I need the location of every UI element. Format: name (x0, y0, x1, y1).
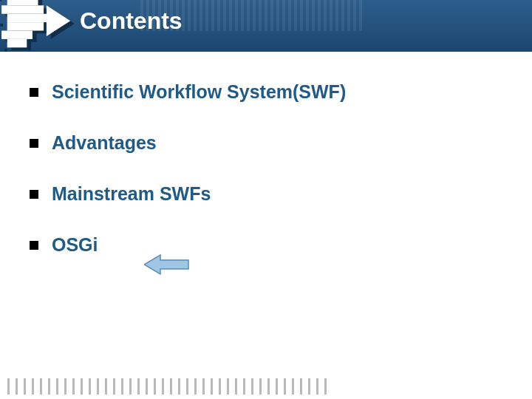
svg-rect-8 (1, 5, 44, 13)
list-item-label: Advantages (52, 132, 157, 154)
bottom-tick-decoration (7, 378, 332, 395)
svg-rect-13 (7, 39, 27, 47)
slide: Contents (0, 0, 532, 399)
svg-rect-17 (0, 24, 3, 27)
list-item-label: Mainstream SWFs (52, 183, 211, 205)
svg-rect-14 (0, 0, 1, 1)
svg-rect-11 (7, 22, 44, 30)
slide-title: Contents (80, 7, 183, 35)
list-item: Mainstream SWFs (30, 183, 502, 205)
content-list: Scientific Workflow System(SWF) Advantag… (30, 81, 502, 285)
square-bullet-icon (30, 241, 38, 250)
svg-marker-20 (144, 255, 188, 274)
svg-rect-19 (4, 49, 7, 52)
square-bullet-icon (30, 139, 38, 148)
list-item-label: OSGi (52, 234, 98, 256)
square-bullet-icon (30, 190, 38, 199)
svg-rect-7 (7, 0, 38, 5)
list-item-label: Scientific Workflow System(SWF) (52, 81, 346, 103)
list-item: OSGi (30, 234, 502, 256)
list-item: Advantages (30, 132, 502, 154)
list-item: Scientific Workflow System(SWF) (30, 81, 502, 103)
left-arrow-icon (144, 253, 190, 276)
pointing-hand-icon (0, 0, 81, 66)
square-bullet-icon (30, 88, 38, 97)
svg-rect-12 (1, 31, 33, 39)
